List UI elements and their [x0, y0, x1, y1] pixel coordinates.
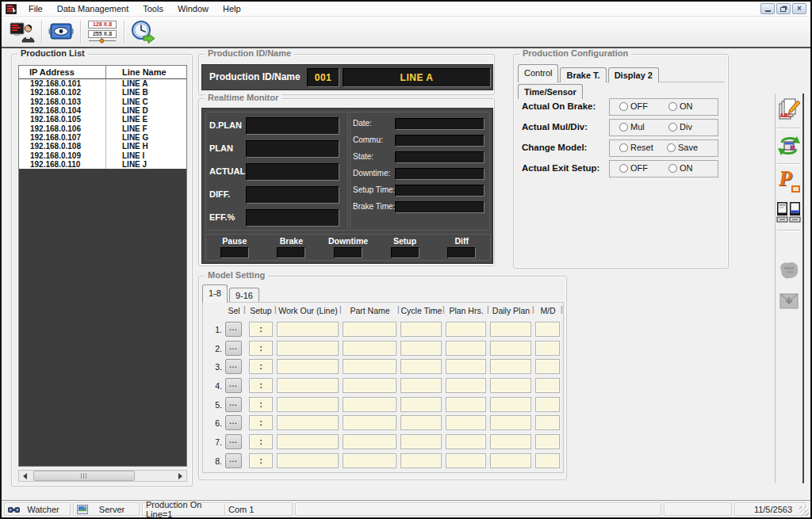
menu-window[interactable]: Window — [170, 2, 216, 15]
table-row[interactable]: 192.168.0.109LINE I — [19, 151, 186, 159]
radio-off[interactable]: OFF — [619, 101, 648, 111]
radio-icon[interactable] — [619, 102, 628, 111]
model-sel-button[interactable]: ... — [225, 434, 242, 449]
model-cycle-field[interactable] — [400, 359, 442, 374]
model-cycle-field[interactable] — [400, 378, 442, 393]
tab-display-2[interactable]: Display 2 — [608, 67, 659, 82]
model-sel-button[interactable]: ... — [225, 359, 242, 374]
tab-control[interactable]: Control — [518, 64, 558, 82]
radio-icon[interactable] — [619, 164, 628, 173]
column-header-line[interactable]: Line Name — [105, 66, 186, 78]
model-setup-field[interactable]: : — [249, 322, 273, 337]
tab-1-8[interactable]: 1-8 — [202, 284, 228, 303]
model-sel-button[interactable]: ... — [225, 322, 242, 337]
radio-icon[interactable] — [668, 102, 677, 111]
model-part-field[interactable] — [343, 415, 396, 430]
model-plan-field[interactable] — [446, 341, 486, 356]
radio-icon[interactable] — [668, 123, 677, 132]
model-plan-field[interactable] — [446, 322, 486, 337]
radio-icon[interactable] — [667, 143, 676, 152]
menu-help[interactable]: Help — [216, 2, 248, 15]
model-daily-field[interactable] — [490, 415, 531, 430]
table-row[interactable]: 192.168.0.103LINE C — [19, 97, 186, 106]
model-md-field[interactable] — [535, 322, 560, 337]
model-daily-field[interactable] — [490, 434, 531, 449]
close-button[interactable]: × — [792, 3, 806, 14]
model-md-field[interactable] — [535, 397, 560, 412]
model-plan-field[interactable] — [446, 415, 486, 430]
model-setup-field[interactable]: : — [249, 359, 273, 374]
model-plan-field[interactable] — [446, 453, 486, 468]
operator-display-button[interactable] — [7, 19, 37, 44]
p-application-button[interactable]: P — [776, 167, 802, 196]
tab-brake-t[interactable]: Brake T. — [560, 67, 606, 82]
radio-icon[interactable] — [619, 143, 628, 152]
model-part-field[interactable] — [343, 378, 396, 393]
tab-time-sensor[interactable]: Time/Sensor — [518, 84, 583, 99]
scrollbar-track[interactable] — [31, 471, 174, 481]
model-work-field[interactable] — [277, 359, 339, 374]
model-work-field[interactable] — [277, 415, 339, 430]
model-md-field[interactable] — [535, 378, 560, 393]
model-cycle-field[interactable] — [400, 341, 442, 356]
model-sel-button[interactable]: ... — [225, 341, 242, 356]
model-md-field[interactable] — [535, 341, 560, 356]
table-row[interactable]: 192.168.0.104LINE D — [19, 106, 186, 115]
model-work-field[interactable] — [277, 378, 339, 393]
radio-on[interactable]: ON — [668, 101, 693, 111]
model-daily-field[interactable] — [490, 341, 531, 356]
sync-window-button[interactable] — [776, 132, 802, 160]
model-part-field[interactable] — [343, 453, 396, 468]
table-row[interactable]: 192.168.0.110LINE J — [19, 160, 186, 169]
table-row[interactable]: 192.168.0.101LINE A — [19, 79, 186, 88]
table-row[interactable]: 192.168.0.106LINE F — [19, 124, 186, 132]
model-setup-field[interactable]: : — [249, 415, 273, 430]
model-part-field[interactable] — [343, 341, 396, 356]
radio-off[interactable]: OFF — [619, 163, 648, 173]
model-part-field[interactable] — [343, 397, 396, 412]
radio-reset[interactable]: Reset — [619, 143, 653, 152]
table-row[interactable]: 192.168.0.108LINE H — [19, 142, 186, 151]
dual-monitor-button[interactable] — [776, 198, 802, 227]
minimize-button[interactable] — [760, 3, 775, 14]
radio-save[interactable]: Save — [667, 143, 698, 152]
menu-tools[interactable]: Tools — [136, 2, 170, 15]
model-cycle-field[interactable] — [400, 453, 442, 468]
model-sel-button[interactable]: ... — [225, 415, 242, 430]
model-plan-field[interactable] — [446, 378, 486, 393]
model-md-field[interactable] — [535, 415, 560, 430]
scroll-left-button[interactable] — [19, 471, 31, 481]
radio-icon[interactable] — [619, 123, 628, 132]
model-cycle-field[interactable] — [400, 322, 442, 337]
model-work-field[interactable] — [277, 322, 339, 337]
model-daily-field[interactable] — [490, 378, 531, 393]
menu-data-management[interactable]: Data Management — [50, 2, 136, 15]
model-daily-field[interactable] — [490, 453, 531, 468]
eye-view-button[interactable] — [46, 19, 76, 44]
model-cycle-field[interactable] — [400, 397, 442, 412]
table-row[interactable]: 192.168.0.105LINE E — [19, 115, 186, 124]
model-setup-field[interactable]: : — [249, 341, 273, 356]
scrollbar-thumb[interactable] — [33, 471, 135, 481]
model-sel-button[interactable]: ... — [225, 378, 242, 393]
model-md-field[interactable] — [535, 359, 560, 374]
model-sel-button[interactable]: ... — [225, 397, 242, 412]
report-edit-button[interactable]: ABC — [776, 96, 802, 124]
model-setup-field[interactable]: : — [249, 453, 273, 468]
model-daily-field[interactable] — [490, 322, 531, 337]
radio-icon[interactable] — [668, 164, 677, 173]
model-plan-field[interactable] — [446, 397, 486, 412]
table-row[interactable]: 192.168.0.107LINE G — [19, 133, 186, 142]
model-work-field[interactable] — [277, 434, 339, 449]
model-setup-field[interactable]: : — [249, 434, 273, 449]
model-daily-field[interactable] — [490, 359, 531, 374]
model-work-field[interactable] — [277, 397, 339, 412]
radio-on[interactable]: ON — [668, 163, 693, 173]
model-part-field[interactable] — [343, 322, 396, 337]
tab-9-16[interactable]: 9-16 — [229, 288, 259, 303]
model-cycle-field[interactable] — [400, 434, 442, 449]
model-work-field[interactable] — [277, 453, 339, 468]
threshold-button[interactable]: 128 X.8 255 X.8 — [85, 19, 120, 44]
model-part-field[interactable] — [343, 359, 396, 374]
scroll-right-button[interactable] — [174, 471, 186, 481]
